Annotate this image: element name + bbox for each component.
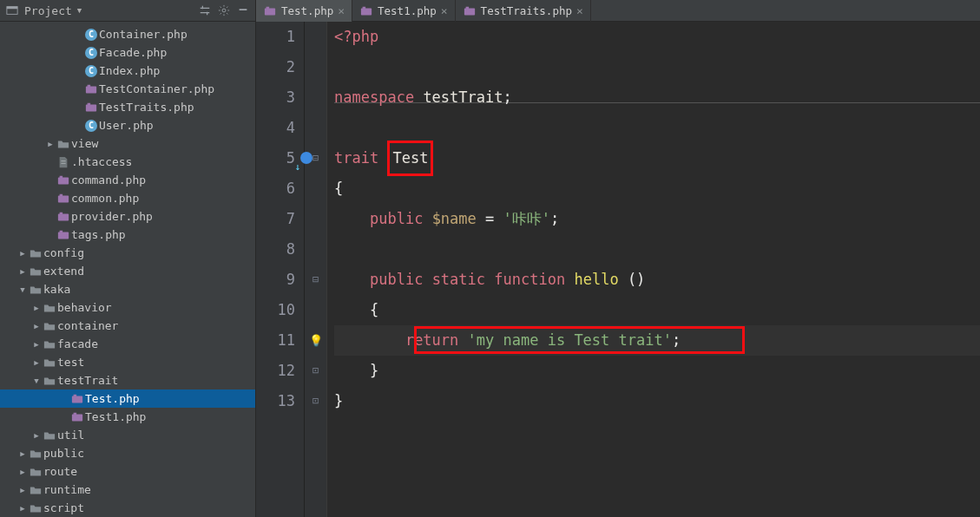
tree-file[interactable]: CContainer.php [0,25,255,43]
project-tree[interactable]: CContainer.phpCFacade.phpCIndex.phpTestC… [0,22,256,517]
tree-twisty-icon[interactable]: ▶ [17,249,28,258]
tree-file[interactable]: TestContainer.php [0,80,255,98]
folder-icon [42,302,57,314]
tree-folder[interactable]: ▶view [0,134,255,153]
tree-item-label: extend [43,265,84,278]
tab-label: Test1.php [378,4,437,17]
tree-twisty-icon[interactable]: ▶ [31,322,42,330]
tree-item-label: Facade.php [99,46,167,59]
svg-point-2 [222,9,226,12]
gutter-fold[interactable]: ⊟⊟💡⊡⊡ [305,22,327,517]
tree-twisty-icon[interactable]: ▶ [17,468,28,476]
tree-folder[interactable]: ▶extend [0,262,255,280]
svg-rect-22 [58,232,69,239]
tree-item-label: .htaccess [71,155,132,168]
tree-twisty-icon[interactable]: ▶ [17,267,28,276]
tree-file[interactable]: tags.php [0,226,255,244]
collapse-icon[interactable] [198,3,212,17]
fold-start-icon[interactable]: ⊟ [312,265,319,295]
tree-item-label: facade [57,337,98,350]
svg-rect-26 [72,414,82,421]
tree-item-label: view [71,137,98,150]
code-line: { [334,173,980,204]
intention-bulb-icon[interactable]: 💡 [309,325,323,356]
editor-tab[interactable]: TestTraits.php× [456,0,591,22]
project-panel-header[interactable]: Project ▼ [0,0,256,21]
code-line: } [334,356,980,386]
fold-start-icon[interactable]: ⊟ [312,143,319,173]
highlight-box-trait-name: Test [387,141,433,176]
down-arrow-icon: ↓ [294,152,300,182]
tree-folder[interactable]: ▶facade [0,335,255,353]
tree-folder[interactable]: ▶container [0,317,255,335]
tree-folder[interactable]: ▶public [0,444,255,462]
code-line: namespace testTrait; [334,82,980,113]
tree-twisty-icon[interactable]: ▶ [17,486,28,494]
code-line: trait Test [334,143,980,173]
fold-end-icon[interactable]: ⊡ [312,356,319,386]
tree-folder[interactable]: ▶behavior [0,298,255,317]
tree-folder[interactable]: ▶test [0,353,255,371]
code-line: public $name = '咔咔'; [334,204,980,234]
tree-file[interactable]: command.php [0,171,255,189]
svg-rect-4 [265,8,275,15]
tree-twisty-icon[interactable]: ▶ [31,304,42,312]
tree-item-label: behavior [57,301,112,314]
svg-rect-24 [72,396,82,402]
tree-item-label: script [43,501,84,514]
svg-rect-7 [363,6,366,9]
tree-folder[interactable]: ▶script [0,499,255,517]
code-editor[interactable]: 12345↓678910111213 ⊟⊟💡⊡⊡ <?php namespace… [256,22,980,517]
project-label: Project [24,4,72,17]
tree-file[interactable]: TestTraits.php [0,98,255,116]
tree-folder[interactable]: ▶route [0,462,255,481]
svg-rect-17 [60,175,63,178]
tree-file[interactable]: Test.php [0,389,255,408]
tree-twisty-icon[interactable]: ▶ [31,358,42,367]
tree-file[interactable]: common.php [0,189,255,207]
svg-rect-13 [88,102,91,105]
php-file-icon [359,4,373,18]
gear-icon[interactable] [217,3,231,17]
fold-end-icon[interactable]: ⊡ [312,386,319,416]
tree-twisty-icon[interactable]: ▶ [31,340,42,349]
tree-file[interactable]: CFacade.php [0,43,255,62]
tree-twisty-icon[interactable]: ▶ [31,431,42,440]
tree-folder[interactable]: ▶util [0,426,255,444]
tree-folder[interactable]: ▶config [0,244,255,262]
code-area[interactable]: <?php namespace testTrait; trait Test { … [327,22,980,517]
tree-twisty-icon[interactable]: ▶ [17,449,28,458]
override-gutter-icon[interactable] [300,152,312,164]
tree-file[interactable]: CUser.php [0,116,255,134]
close-icon[interactable]: × [576,4,583,17]
tree-item-label: common.php [71,192,139,205]
tree-folder[interactable]: ▶runtime [0,481,255,499]
folder-icon [28,448,43,460]
class-file-icon: C [83,120,99,132]
tree-file[interactable]: Test1.php [0,408,255,426]
tree-item-label: Test1.php [85,410,146,423]
php-file-icon [83,101,99,114]
tree-twisty-icon[interactable]: ▼ [17,285,28,294]
close-icon[interactable]: × [338,4,345,17]
svg-rect-1 [7,7,17,10]
editor-tab[interactable]: Test1.php× [352,0,456,22]
hide-icon[interactable] [236,3,250,17]
tree-file[interactable]: .htaccess [0,153,255,171]
folder-icon [56,138,71,150]
tree-twisty-icon[interactable]: ▼ [31,376,42,385]
editor-tab[interactable]: Test.php× [256,0,352,22]
tree-folder[interactable]: ▼kaka [0,280,255,298]
folder-icon [28,484,43,496]
svg-rect-21 [60,212,63,214]
tree-twisty-icon[interactable]: ▶ [45,140,56,148]
code-line: <?php [334,22,980,52]
tree-folder[interactable]: ▼testTrait [0,371,255,389]
folder-icon [28,502,43,514]
tree-twisty-icon[interactable]: ▶ [17,504,28,513]
tree-file[interactable]: provider.php [0,207,255,226]
close-icon[interactable]: × [441,4,448,17]
php-file-icon [83,83,99,95]
tree-file[interactable]: CIndex.php [0,62,255,80]
dropdown-icon[interactable]: ▼ [77,6,82,15]
